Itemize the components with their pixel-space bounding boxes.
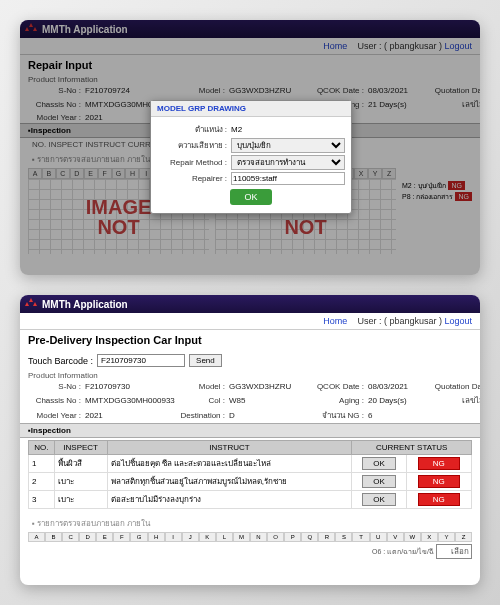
page-title: Pre-Delivery Inspection Car Input bbox=[20, 330, 480, 350]
qcok-value: 08/03/2021 bbox=[368, 382, 423, 391]
th-no: NO. bbox=[29, 441, 55, 455]
home-link[interactable]: Home bbox=[323, 316, 347, 326]
barcode-row: Touch Barcode : Send bbox=[20, 350, 480, 371]
user-bar: Home User : ( pbangkusar ) Logout bbox=[20, 313, 480, 330]
svg-marker-5 bbox=[33, 302, 37, 306]
external-check-label: ▪ รายการตรวจสอบภายนอก ภายใน bbox=[20, 515, 480, 532]
form-row-1: S-No : F210709730 Model : GG3WXD3HZRU QC… bbox=[20, 380, 480, 393]
sno-value: F210709730 bbox=[85, 382, 175, 391]
bottom-side-item: O6 : แตก/ฉาย/ไข/ฉี bbox=[372, 548, 434, 555]
col-header: I bbox=[165, 532, 182, 542]
cell-inspect: เบาะ bbox=[54, 491, 107, 509]
col-header: E bbox=[96, 532, 113, 542]
col-header: O bbox=[267, 532, 284, 542]
barcode-input[interactable] bbox=[97, 354, 185, 367]
col-header: A bbox=[28, 532, 45, 542]
col-header: B bbox=[45, 532, 62, 542]
ng-count-value: 6 bbox=[368, 411, 423, 420]
col-header: Z bbox=[455, 532, 472, 542]
ok-button[interactable]: OK bbox=[230, 189, 271, 205]
cell-inspect: เบาะ bbox=[54, 473, 107, 491]
col-header: S bbox=[335, 532, 352, 542]
cell-no: 3 bbox=[29, 491, 55, 509]
modal-title: MODEL GRP DRAWING bbox=[151, 101, 351, 117]
col-header: Q bbox=[301, 532, 318, 542]
table-row: 3เบาะต่อสะยาบไม่มีร่างลงบุกร่างOKNG bbox=[29, 491, 472, 509]
form-row-2: Chassis No : MMTXDGG30MH000933 Col : W85… bbox=[20, 393, 480, 408]
col-header: T bbox=[352, 532, 369, 542]
table-row: 2เบาะพลาสติกทุกชิ้นส่วนอยู่ในสภาพสมบูรณ์… bbox=[29, 473, 472, 491]
th-status: CURRENT STATUS bbox=[352, 441, 472, 455]
year-value: 2021 bbox=[85, 411, 175, 420]
damage-select[interactable]: บุบ/บุ๋ม/ยิก bbox=[231, 138, 345, 153]
method-label: Repair Method : bbox=[157, 158, 231, 167]
chassis-value: MMTXDGG30MH000933 bbox=[85, 396, 175, 405]
repair-input-window: MMTh Application Home User : ( pbangkusa… bbox=[20, 20, 480, 275]
col-header: U bbox=[370, 532, 387, 542]
dest-value: D bbox=[229, 411, 309, 420]
col-header: F bbox=[113, 532, 130, 542]
app-title: MMTh Application bbox=[42, 299, 128, 310]
cell-no: 2 bbox=[29, 473, 55, 491]
cell-inspect: พื้นผิวสี bbox=[54, 455, 107, 473]
ng-button[interactable]: NG bbox=[418, 475, 460, 488]
inspection-header: ▪Inspection bbox=[20, 423, 480, 438]
repairer-label: Repairer : bbox=[157, 174, 231, 183]
col-header: P bbox=[284, 532, 301, 542]
ng-button[interactable]: NG bbox=[418, 457, 460, 470]
col-header: V bbox=[387, 532, 404, 542]
aging-value: 20 bbox=[368, 396, 377, 405]
product-info-label: Product Information bbox=[20, 371, 480, 380]
bottom-grid: ABCDEFGHIJKLMNOPQRSTUVWXYZ bbox=[20, 532, 480, 542]
col-header: R bbox=[318, 532, 335, 542]
pos-label: ตำแหน่ง : bbox=[157, 123, 231, 136]
col-header: N bbox=[250, 532, 267, 542]
repairer-input[interactable] bbox=[231, 172, 345, 185]
cell-no: 1 bbox=[29, 455, 55, 473]
table-row: 1พื้นผิวสีต่อไปชิ้นอยคุด ซีล และสะดวอและ… bbox=[29, 455, 472, 473]
ng-button[interactable]: NG bbox=[418, 493, 460, 506]
col-header: H bbox=[148, 532, 165, 542]
titlebar: MMTh Application bbox=[20, 295, 480, 313]
repair-method-select[interactable]: ตรวจสอบการทำงาน bbox=[231, 155, 345, 170]
col-header: L bbox=[216, 532, 233, 542]
model-grp-drawing-modal: MODEL GRP DRAWING ตำแหน่ง :M2 ความเสียหา… bbox=[150, 100, 352, 214]
col-header: D bbox=[79, 532, 96, 542]
cell-instruct: ต่อไปชิ้นอยคุด ซีล และสะดวอและเปลี่ยนอะไ… bbox=[107, 455, 352, 473]
cell-instruct: ต่อสะยาบไม่มีร่างลงบุกร่าง bbox=[107, 491, 352, 509]
pdi-input-window: MMTh Application Home User : ( pbangkusa… bbox=[20, 295, 480, 585]
dmg-label: ความเสียหาย : bbox=[157, 139, 231, 152]
th-inspect: INSPECT bbox=[54, 441, 107, 455]
pos-value: M2 bbox=[231, 125, 345, 134]
send-button[interactable]: Send bbox=[189, 354, 222, 367]
ok-button[interactable]: OK bbox=[362, 493, 396, 506]
col-header: W bbox=[404, 532, 421, 542]
col-header: J bbox=[182, 532, 199, 542]
ok-button[interactable]: OK bbox=[362, 457, 396, 470]
ok-button[interactable]: OK bbox=[362, 475, 396, 488]
col-header: M bbox=[233, 532, 250, 542]
cell-instruct: พลาสติกทุกชิ้นส่วนอยู่ในสภาพสมบูรณ์ไม่หล… bbox=[107, 473, 352, 491]
app-logo-icon bbox=[25, 298, 37, 310]
barcode-label: Touch Barcode : bbox=[28, 356, 93, 366]
form-row-3: Model Year : 2021 Destination : D จำนวน … bbox=[20, 408, 480, 423]
col-value: W85 bbox=[229, 396, 309, 405]
svg-marker-3 bbox=[29, 298, 33, 302]
model-value: GG3WXD3HZRU bbox=[229, 382, 309, 391]
svg-marker-4 bbox=[25, 302, 29, 306]
col-header: Y bbox=[438, 532, 455, 542]
user-name: ( pbangkusar ) bbox=[384, 316, 442, 326]
col-header: K bbox=[199, 532, 216, 542]
col-header: G bbox=[130, 532, 147, 542]
logout-link[interactable]: Logout bbox=[444, 316, 472, 326]
th-instruct: INSTRUCT bbox=[107, 441, 352, 455]
bottom-select[interactable]: เลือก bbox=[436, 544, 472, 559]
col-header: X bbox=[421, 532, 438, 542]
user-label: User : bbox=[357, 316, 381, 326]
inspection-table: NO. INSPECT INSTRUCT CURRENT STATUS 1พื้… bbox=[28, 440, 472, 509]
col-header: C bbox=[62, 532, 79, 542]
